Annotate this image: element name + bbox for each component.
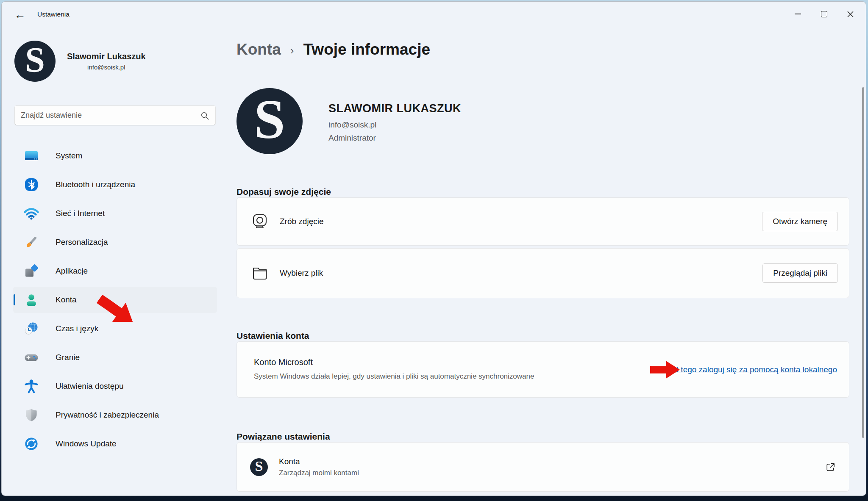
profile-role: Administrator — [328, 133, 461, 143]
file-row-label: Wybierz plik — [280, 268, 323, 278]
search-box — [14, 105, 216, 125]
close-button[interactable] — [837, 2, 863, 26]
accessibility-icon — [24, 379, 39, 394]
file-row: Wybierz plik Przeglądaj pliki — [236, 248, 849, 298]
network-icon — [24, 206, 39, 221]
window-controls — [785, 2, 863, 27]
local-account-link[interactable]: Zamiast tego zaloguj się za pomocą konta… — [650, 365, 837, 374]
sidebar-item-label: Personalizacja — [56, 238, 108, 247]
camera-icon — [251, 213, 269, 230]
sidebar-item-bluetooth[interactable]: Bluetooth i urządzenia — [13, 172, 217, 198]
privacy-icon — [24, 407, 39, 423]
local-account-link-group: Zamiast tego zaloguj się za pomocą konta… — [650, 365, 837, 374]
minimize-button[interactable] — [785, 2, 811, 26]
sidebar-user-email: info@soisk.pl — [67, 64, 146, 71]
breadcrumb: Konta › Twoje informacje — [236, 41, 430, 58]
section-title-photo: Dopasuj swoje zdjęcie — [236, 187, 331, 197]
sidebar-item-windows-update[interactable]: Windows Update — [13, 431, 217, 457]
sidebar-item-apps[interactable]: Aplikacje — [13, 258, 217, 284]
camera-row-label: Zrób zdjęcie — [280, 217, 324, 226]
selected-indicator — [14, 294, 15, 305]
microsoft-account-description: System Windows działa lepiej, gdy ustawi… — [254, 371, 534, 382]
search-input[interactable] — [15, 111, 200, 120]
page-title: Twoje informacje — [303, 41, 431, 58]
sidebar-item-system[interactable]: System — [13, 143, 217, 169]
gaming-icon — [24, 350, 39, 365]
sidebar-item-accessibility[interactable]: Ułatwienia dostępu — [13, 373, 217, 399]
apps-icon — [24, 263, 39, 279]
windows-update-icon — [24, 436, 39, 451]
search-icon — [200, 111, 209, 120]
breadcrumb-separator: › — [290, 44, 294, 57]
sidebar-user-text: Slawomir Lukaszuk info@soisk.pl — [67, 52, 146, 71]
scrollbar[interactable] — [862, 87, 864, 438]
related-title: Konta — [279, 457, 359, 466]
breadcrumb-parent[interactable]: Konta — [236, 41, 281, 58]
sidebar-item-gaming[interactable]: Granie — [13, 344, 217, 371]
bluetooth-icon — [24, 177, 39, 192]
related-subtitle: Zarządzaj moimi kontami — [279, 469, 359, 477]
sidebar-user[interactable]: S Slawomir Lukaszuk info@soisk.pl — [14, 41, 146, 82]
microsoft-account-text: Konto Microsoft System Windows działa le… — [254, 357, 534, 382]
settings-window: ← Ustawienia S Slawomir Lukaszuk info@so… — [1, 1, 866, 496]
open-camera-button[interactable]: Otwórz kamerę — [762, 212, 838, 231]
sidebar-item-label: Granie — [56, 353, 80, 362]
sidebar-item-label: Windows Update — [56, 439, 117, 448]
sidebar-item-label: Prywatność i zabezpieczenia — [56, 410, 159, 420]
avatar-letter: S — [255, 458, 263, 474]
maximize-icon — [821, 11, 827, 17]
profile-avatar: S — [236, 88, 303, 154]
camera-row: Zrób zdjęcie Otwórz kamerę — [236, 197, 849, 246]
avatar-letter: S — [254, 87, 285, 152]
related-text: Konta Zarządzaj moimi kontami — [279, 457, 359, 477]
sidebar-item-time-language[interactable]: Czas i język — [13, 316, 217, 342]
related-accounts-row[interactable]: S Konta Zarządzaj moimi kontami — [236, 442, 849, 492]
profile-header: S SLAWOMIR LUKASZUK info@soisk.pl Admini… — [236, 88, 461, 154]
profile-name: SLAWOMIR LUKASZUK — [328, 102, 461, 115]
app-title: Ustawienia — [37, 11, 70, 18]
back-button[interactable]: ← — [13, 8, 27, 22]
sidebar-item-personalization[interactable]: Personalizacja — [13, 229, 217, 255]
sidebar-item-network[interactable]: Sieć i Internet — [13, 200, 217, 227]
external-link-icon — [825, 461, 836, 473]
sidebar-item-konta[interactable]: Konta — [13, 287, 217, 313]
browse-files-button[interactable]: Przeglądaj pliki — [762, 263, 838, 283]
related-avatar: S — [250, 458, 268, 476]
section-title-related: Powiązane ustawienia — [236, 432, 330, 442]
profile-email: info@soisk.pl — [328, 120, 461, 130]
titlebar: ← Ustawienia — [2, 2, 866, 28]
profile-text: SLAWOMIR LUKASZUK info@soisk.pl Administ… — [328, 102, 461, 154]
sidebar-item-label: Bluetooth i urządzenia — [56, 180, 135, 189]
section-title-account: Ustawienia konta — [236, 331, 309, 341]
sidebar-avatar: S — [14, 41, 56, 82]
sidebar-item-privacy[interactable]: Prywatność i zabezpieczenia — [13, 402, 217, 428]
sidebar-item-label: Sieć i Internet — [56, 209, 105, 218]
folder-icon — [251, 264, 269, 282]
system-icon — [24, 148, 39, 163]
main-content: Konta › Twoje informacje S SLAWOMIR LUKA… — [222, 28, 866, 495]
microsoft-account-card: Konto Microsoft System Windows działa le… — [236, 341, 849, 398]
sidebar-item-label: System — [56, 151, 82, 161]
personalization-icon — [24, 235, 39, 250]
sidebar-user-name: Slawomir Lukaszuk — [67, 52, 146, 61]
sidebar-nav: System Bluetooth i urządzenia Sieć i Int… — [13, 143, 217, 459]
sidebar-item-label: Czas i język — [56, 324, 98, 333]
sidebar: S Slawomir Lukaszuk info@soisk.pl — [2, 28, 222, 495]
microsoft-account-title: Konto Microsoft — [254, 357, 534, 367]
sidebar-item-label: Konta — [56, 295, 77, 304]
time-language-icon — [24, 321, 39, 336]
sidebar-item-label: Aplikacje — [56, 266, 88, 276]
avatar-letter: S — [25, 39, 45, 80]
minimize-icon — [795, 14, 801, 14]
maximize-button[interactable] — [811, 2, 837, 26]
close-icon — [847, 11, 854, 18]
accounts-icon — [24, 292, 39, 307]
sidebar-item-label: Ułatwienia dostępu — [56, 382, 124, 391]
